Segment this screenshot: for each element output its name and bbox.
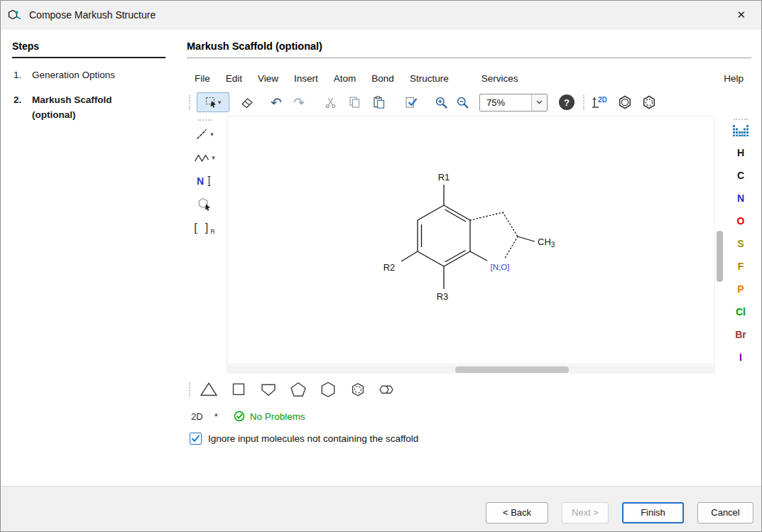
help-button[interactable]: ? xyxy=(559,94,575,110)
element-Br-button[interactable]: Br xyxy=(726,323,755,346)
templates-drag-handle xyxy=(189,382,192,396)
r2-label[interactable]: R2 xyxy=(383,262,396,273)
zoom-in-icon xyxy=(435,96,448,109)
select-tool-button[interactable]: ▾ xyxy=(197,92,229,112)
structure-canvas[interactable]: R1 R2 R3 CH3 [N;O] xyxy=(227,116,715,364)
element-C-button[interactable]: C xyxy=(726,164,755,187)
element-I-button[interactable]: I xyxy=(726,346,755,369)
bond-tool-caret[interactable]: ▾ xyxy=(210,131,214,138)
template-cyclopentane-button[interactable] xyxy=(283,379,313,399)
fused-rings-icon xyxy=(377,381,398,398)
bracket-open-glyph: [ xyxy=(194,222,197,234)
menu-services[interactable]: Services xyxy=(474,70,526,87)
element-H-button[interactable]: H xyxy=(726,141,755,164)
element-N-button[interactable]: N xyxy=(726,187,755,210)
element-Cl-button[interactable]: Cl xyxy=(726,300,755,323)
template-cyclobutane-button[interactable] xyxy=(224,379,254,399)
periodic-table-icon xyxy=(733,125,749,136)
step-generation-options[interactable]: 1. Generation Options xyxy=(13,68,171,83)
menu-view[interactable]: View xyxy=(250,70,286,87)
zoom-out-icon xyxy=(456,96,469,109)
check-structure-button[interactable] xyxy=(401,92,421,112)
ignore-scaffold-checkbox[interactable] xyxy=(190,433,202,445)
steps-panel: Steps 1. Generation Options 2. Markush S… xyxy=(1,30,177,486)
template-cyclopentane-flat-button[interactable] xyxy=(254,379,283,399)
next-button[interactable]: Next > xyxy=(562,502,609,523)
editor-statusbar: 2D * No Problems xyxy=(191,411,305,422)
menu-insert[interactable]: Insert xyxy=(286,70,326,87)
r3-label[interactable]: R3 xyxy=(437,291,449,302)
ignore-scaffold-label: Ignore input molecules not containing th… xyxy=(208,433,418,444)
rgroup-subscript: R xyxy=(210,228,215,235)
chevron-down-icon xyxy=(536,100,543,104)
pentagon-ring-icon xyxy=(288,381,308,398)
menu-bond[interactable]: Bond xyxy=(364,70,402,87)
palette-drag-handle xyxy=(734,119,748,121)
toolbar-drag-handle xyxy=(189,95,192,109)
template-benzene-button[interactable] xyxy=(343,379,373,399)
bond-tool-button[interactable]: ▾ xyxy=(187,124,222,145)
methyl-label[interactable]: CH3 xyxy=(538,237,555,249)
structure-check-icon xyxy=(405,97,418,109)
menu-atom[interactable]: Atom xyxy=(326,70,364,87)
zoom-out-button[interactable] xyxy=(452,92,472,112)
structure-check-message: No Problems xyxy=(250,411,305,422)
select-tool-caret[interactable]: ▾ xyxy=(218,99,222,106)
square-ring-icon xyxy=(229,381,249,398)
periodic-table-button[interactable] xyxy=(731,123,750,139)
modified-indicator: * xyxy=(214,411,218,422)
window-title: Compose Markush Structure xyxy=(29,1,156,29)
back-button[interactable]: < Back xyxy=(486,502,548,523)
redo-icon: ↷ xyxy=(293,96,305,109)
chain-icon xyxy=(194,152,209,163)
template-tool-button[interactable] xyxy=(187,194,222,215)
menu-file[interactable]: File xyxy=(187,70,218,87)
element-O-button[interactable]: O xyxy=(726,210,755,232)
step-number: 1. xyxy=(13,68,32,83)
element-S-button[interactable]: S xyxy=(726,232,755,255)
step-label: Generation Options xyxy=(32,68,115,83)
copy-button[interactable] xyxy=(344,92,364,112)
vertical-scroll-thumb[interactable] xyxy=(717,231,723,282)
atom-text-tool-button[interactable]: N xyxy=(187,170,222,192)
ignore-scaffold-option[interactable]: Ignore input molecules not containing th… xyxy=(190,433,418,445)
aromatize-button[interactable] xyxy=(615,92,635,112)
r1-label[interactable]: R1 xyxy=(438,172,450,183)
ring-templates-toolbar xyxy=(187,379,403,399)
paste-button[interactable] xyxy=(369,92,388,112)
menu-structure[interactable]: Structure xyxy=(402,70,457,87)
canvas-horizontal-scrollbar[interactable] xyxy=(227,365,715,374)
cancel-button[interactable]: Cancel xyxy=(697,502,753,523)
close-button[interactable]: ✕ xyxy=(731,1,751,29)
finish-button[interactable]: Finish xyxy=(622,502,684,523)
template-cyclohexane-button[interactable] xyxy=(313,379,343,399)
menu-help[interactable]: Help xyxy=(716,70,751,87)
horizontal-scroll-thumb[interactable] xyxy=(455,367,569,373)
bond-icon xyxy=(195,128,208,141)
zoom-dropdown-button[interactable] xyxy=(531,94,547,111)
eraser-icon xyxy=(240,97,254,109)
element-P-button[interactable]: P xyxy=(726,278,755,300)
dearomatize-button[interactable] xyxy=(639,92,659,112)
redo-button[interactable]: ↷ xyxy=(289,92,309,112)
paste-icon xyxy=(373,96,385,109)
menu-edit[interactable]: Edit xyxy=(218,70,250,87)
undo-button[interactable]: ↶ xyxy=(266,92,286,112)
zoom-in-button[interactable] xyxy=(431,92,451,112)
template-cyclopropane-button[interactable] xyxy=(194,379,224,399)
clean-2d-button[interactable]: 2D xyxy=(589,92,609,112)
svg-text:2D: 2D xyxy=(598,96,607,104)
eraser-tool-button[interactable] xyxy=(236,92,256,112)
rgroup-tool-button[interactable]: [ ] R xyxy=(187,217,222,239)
copy-icon xyxy=(349,96,361,109)
step-markush-scaffold[interactable]: 2. Markush Scaffold (optional) xyxy=(13,93,171,123)
chain-tool-button[interactable]: ▾ xyxy=(187,147,222,168)
cut-button[interactable] xyxy=(320,92,340,112)
benzene-ring-icon xyxy=(348,381,368,398)
checkmark-icon xyxy=(191,434,200,443)
template-naphthalene-button[interactable] xyxy=(373,379,403,399)
chain-tool-caret[interactable]: ▾ xyxy=(212,155,215,161)
element-F-button[interactable]: F xyxy=(726,255,755,278)
zoom-level-combobox[interactable]: 75% xyxy=(479,94,548,112)
hetero-atom-label[interactable]: [N;O] xyxy=(491,263,510,271)
